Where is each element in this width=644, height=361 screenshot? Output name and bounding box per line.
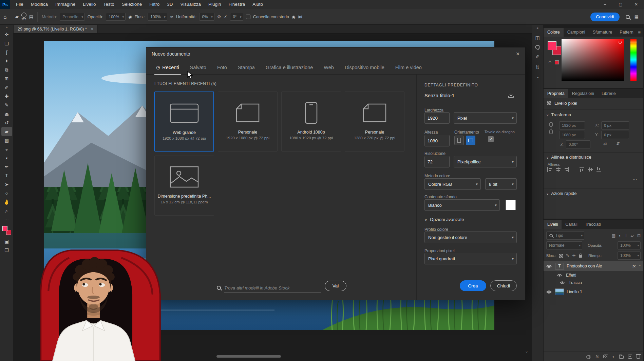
- layer-name[interactable]: Livello 1: [567, 289, 582, 294]
- dodge-tool-icon[interactable]: ◖: [1, 154, 12, 162]
- align-bottom-icon[interactable]: [596, 167, 602, 172]
- link-layers-icon[interactable]: [586, 355, 591, 358]
- filter-pixel-layers-icon[interactable]: ▦: [612, 233, 615, 238]
- fx-badge[interactable]: fx: [632, 264, 636, 268]
- filter-type-layers-icon[interactable]: T: [625, 233, 627, 238]
- gear-icon[interactable]: ⚙: [217, 15, 221, 19]
- mode-dropdown[interactable]: Pennello: [60, 13, 85, 21]
- template-card-personale-2[interactable]: Personale 1280 x 720 px @ 72 ppi: [345, 92, 404, 152]
- filter-shape-layers-icon[interactable]: ▱: [631, 233, 634, 238]
- lock-position-icon[interactable]: ✛: [572, 253, 576, 258]
- width-input[interactable]: [424, 112, 450, 124]
- angle-field[interactable]: 0°: [230, 13, 243, 21]
- effects-row[interactable]: Effetti: [544, 272, 643, 279]
- hue-slider-marker[interactable]: [630, 41, 637, 42]
- panels-collapse-icon[interactable]: «: [536, 26, 538, 30]
- landscape-orientation-button[interactable]: [466, 136, 475, 145]
- pixel-aspect-dropdown[interactable]: Pixel quadrati: [424, 253, 517, 264]
- align-center-horizontal-icon[interactable]: [555, 167, 561, 172]
- menu-file[interactable]: File: [12, 0, 27, 9]
- symmetry-icon[interactable]: ⋈: [298, 15, 302, 19]
- blend-mode-dropdown[interactable]: Normale: [546, 241, 582, 249]
- bit-depth-dropdown[interactable]: 8 bit: [485, 178, 517, 190]
- tab-colore[interactable]: Colore: [544, 28, 564, 37]
- dialog-tab-grafica[interactable]: Grafica e illustrazione: [261, 60, 318, 74]
- gamut-color-swatch[interactable]: [555, 60, 559, 64]
- tab-sfumature[interactable]: Sfumature: [589, 28, 616, 37]
- more-options-icon[interactable]: ⋯: [632, 177, 638, 182]
- fill-dropdown[interactable]: 100%: [618, 252, 641, 260]
- advanced-options-toggle[interactable]: ∨Opzioni avanzate: [424, 217, 464, 222]
- x-field[interactable]: 0 px: [601, 121, 629, 129]
- artboards-checkbox[interactable]: ✓: [488, 136, 494, 142]
- tab-close-icon[interactable]: ×: [91, 26, 94, 32]
- color-field-marker[interactable]: [619, 41, 622, 44]
- width-unit-dropdown[interactable]: Pixel: [454, 112, 517, 124]
- lock-transparency-icon[interactable]: [559, 254, 563, 258]
- brush-settings-icon[interactable]: ✐: [535, 54, 539, 59]
- flip-horizontal-icon[interactable]: ⇄: [603, 141, 607, 146]
- width-field[interactable]: 1920 px: [559, 121, 585, 129]
- eraser-preset-icon[interactable]: ▰: [15, 15, 19, 19]
- flow-dropdown[interactable]: 100%: [148, 13, 167, 21]
- rotation-field[interactable]: 0,00°: [566, 140, 590, 148]
- portrait-orientation-button[interactable]: [454, 136, 464, 145]
- zoom-tool-icon[interactable]: ⌕: [1, 206, 12, 215]
- visibility-eye-icon[interactable]: [560, 281, 565, 284]
- link-dimensions-icon[interactable]: [549, 122, 553, 135]
- shape-tool-icon[interactable]: ○: [1, 189, 12, 198]
- menu-visualizza[interactable]: Visualizza: [176, 0, 205, 9]
- tab-librerie[interactable]: Librerie: [598, 89, 620, 98]
- hue-slider[interactable]: [630, 39, 637, 81]
- adjustment-layer-icon[interactable]: ◐: [612, 354, 615, 359]
- brush-tool-icon[interactable]: ✎: [1, 101, 12, 109]
- visibility-eye-icon[interactable]: [557, 274, 562, 277]
- tab-livelli[interactable]: Livelli: [544, 220, 562, 229]
- menu-livello[interactable]: Livello: [79, 0, 99, 9]
- menu-aiuto[interactable]: Aiuto: [249, 0, 267, 9]
- menu-selezione[interactable]: Selezione: [118, 0, 146, 9]
- menu-filtro[interactable]: Filtro: [146, 0, 163, 9]
- frame-tool-icon[interactable]: ⊞: [1, 74, 12, 83]
- move-tool-icon[interactable]: ✛: [1, 30, 12, 39]
- new-group-icon[interactable]: [619, 356, 624, 359]
- maximize-icon[interactable]: ▢: [613, 0, 628, 9]
- eraser-tool-icon[interactable]: ▰: [1, 127, 12, 136]
- history-panel-icon[interactable]: ◔: [536, 75, 539, 80]
- marquee-tool-icon[interactable]: ❏: [1, 39, 12, 48]
- template-card-personale-1[interactable]: Personale 1920 x 1080 px @ 72 ppi: [218, 92, 278, 152]
- collapse-effects-icon[interactable]: ^: [639, 264, 641, 268]
- foreground-color-swatch[interactable]: [2, 226, 7, 231]
- height-field[interactable]: 1080 px: [559, 131, 585, 139]
- y-field[interactable]: 0 px: [601, 131, 629, 139]
- image-layer-thumbnail[interactable]: [555, 288, 564, 295]
- horizontal-scrollbar[interactable]: [216, 355, 281, 358]
- toolbar-ellipsis-icon[interactable]: ⋯: [1, 215, 12, 224]
- close-window-icon[interactable]: ✕: [628, 0, 644, 9]
- template-card-web-grande[interactable]: Web grande 1920 x 1080 px @ 72 ppi: [154, 92, 214, 152]
- erase-history-checkbox[interactable]: [246, 15, 250, 19]
- text-layer-thumbnail[interactable]: T: [555, 263, 564, 269]
- create-button[interactable]: Crea: [460, 280, 486, 291]
- dialog-tab-web[interactable]: Web: [319, 60, 339, 74]
- brush-size-picker[interactable]: 273: [21, 13, 26, 21]
- align-top-icon[interactable]: [580, 167, 585, 172]
- layer-row-image[interactable]: Livello 1: [544, 287, 643, 297]
- close-button[interactable]: Chiudi: [490, 280, 517, 291]
- pen-tool-icon[interactable]: ✒: [1, 162, 12, 171]
- menu-finestra[interactable]: Finestra: [225, 0, 249, 9]
- color-field[interactable]: [562, 39, 624, 81]
- blur-tool-icon[interactable]: ◒: [1, 145, 12, 154]
- brush-settings-panel-icon[interactable]: ▤: [29, 15, 33, 19]
- crop-tool-icon[interactable]: ⧉: [1, 65, 12, 74]
- scroll-down-icon[interactable]: ⌄: [525, 349, 528, 354]
- opacity-dropdown[interactable]: 100%: [618, 241, 641, 249]
- dialog-tab-stampa[interactable]: Stampa: [233, 60, 260, 74]
- template-card-android[interactable]: Android 1080p 1080 x 1920 px @ 72 ppi: [281, 92, 341, 152]
- menu-testo[interactable]: Testo: [100, 0, 118, 9]
- template-card-photoshop-default[interactable]: Dimensione predefinita Ph... 16 x 12 cm …: [154, 156, 214, 216]
- foreground-background-colors[interactable]: [2, 225, 12, 236]
- path-selection-tool-icon[interactable]: ➤: [1, 180, 12, 189]
- filter-adjustment-layers-icon[interactable]: ◐: [619, 233, 621, 238]
- tab-regolazioni[interactable]: Regolazioni: [568, 89, 598, 98]
